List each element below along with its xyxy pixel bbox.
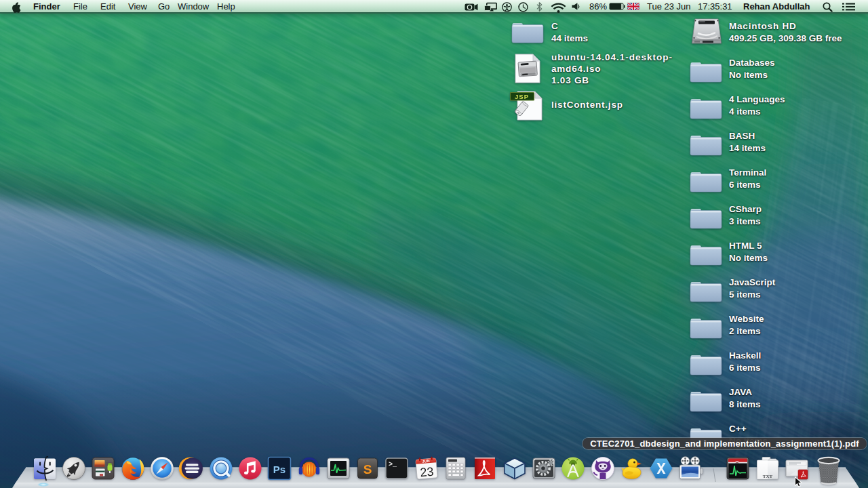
- svg-text:Ps: Ps: [273, 464, 285, 475]
- svg-text:S: S: [363, 462, 372, 476]
- svg-text:>_: >_: [389, 461, 397, 468]
- svg-text:23: 23: [420, 465, 435, 480]
- svg-text:JUN: JUN: [422, 459, 430, 464]
- svg-text:TXT: TXT: [763, 474, 773, 479]
